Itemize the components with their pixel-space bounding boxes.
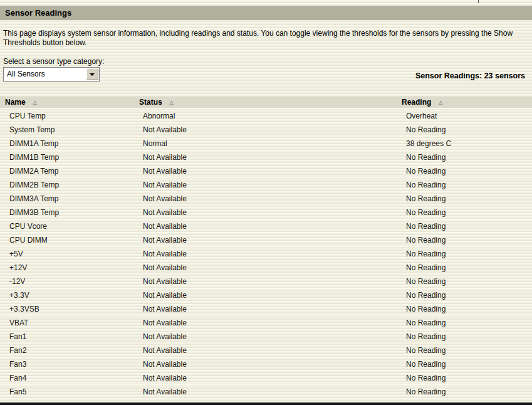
sensor-reading-cell: No Reading bbox=[398, 385, 532, 399]
dropdown-arrow-button[interactable] bbox=[86, 68, 98, 80]
sensor-category-select[interactable]: All Sensors bbox=[3, 67, 100, 82]
sensor-status-cell: Not Available bbox=[135, 150, 398, 164]
sensor-name-cell: DIMM3A Temp bbox=[0, 192, 135, 206]
sensor-status-cell: Not Available bbox=[135, 275, 398, 288]
sensor-count-summary: Sensor Readings: 23 sensors bbox=[415, 71, 525, 80]
sensor-status-cell: Not Available bbox=[135, 164, 398, 178]
sensor-name-cell: Fan3 bbox=[0, 357, 135, 371]
sensor-reading-cell: No Reading bbox=[398, 316, 532, 330]
sensor-name-cell: CPU DIMM bbox=[0, 233, 135, 247]
sensor-status-cell: Not Available bbox=[135, 316, 398, 330]
sensor-reading-cell: No Reading bbox=[398, 247, 532, 261]
sensor-status-cell: Not Available bbox=[135, 123, 398, 137]
sensor-name-cell: DIMM1B Temp bbox=[0, 150, 135, 164]
sensor-name-cell: Fan1 bbox=[0, 330, 135, 344]
sensor-name-cell: +3.3VSB bbox=[0, 302, 135, 316]
sensor-name-cell: DIMM1A Temp bbox=[0, 137, 135, 150]
table-row: CPU DIMM Not Available No Reading bbox=[0, 233, 532, 247]
sensor-name-cell: CPU Vcore bbox=[0, 219, 135, 233]
sensor-status-cell: Not Available bbox=[135, 288, 398, 302]
sensor-table-body: CPU Temp Abnormal Overheat System Temp N… bbox=[0, 108, 532, 405]
sensor-name-cell: Fan4 bbox=[0, 371, 135, 385]
table-row: DIMM2B Temp Not Available No Reading bbox=[0, 178, 532, 192]
table-row: +3.3V Not Available No Reading bbox=[0, 288, 532, 302]
sensor-name-cell: DIMM3B Temp bbox=[0, 206, 135, 219]
sensor-status-cell: Not Available bbox=[135, 357, 398, 371]
sensor-reading-cell: No Reading bbox=[398, 261, 532, 275]
table-row: DIMM1B Temp Not Available No Reading bbox=[0, 150, 532, 164]
sort-icon: △ bbox=[439, 100, 442, 105]
sensor-status-cell: Not Available bbox=[135, 192, 398, 206]
table-row: +3.3VSB Not Available No Reading bbox=[0, 302, 532, 316]
sensor-name-cell: System Temp bbox=[0, 123, 135, 137]
sensor-status-cell: Not Available bbox=[135, 247, 398, 261]
sensor-name-cell: CPU Temp bbox=[0, 108, 135, 123]
table-row: DIMM1A Temp Normal 38 degrees C bbox=[0, 137, 532, 150]
sensor-reading-cell: No Reading bbox=[398, 164, 532, 178]
caret-down-icon bbox=[90, 73, 95, 76]
table-row: System Temp Not Available No Reading bbox=[0, 123, 532, 137]
table-row: Fan3 Not Available No Reading bbox=[0, 357, 532, 371]
sensor-reading-cell: No Reading bbox=[398, 344, 532, 357]
sensor-status-cell: Not Available bbox=[135, 261, 398, 275]
sensor-name-cell: +3.3V bbox=[0, 288, 135, 302]
sensor-reading-cell: No Reading bbox=[398, 288, 532, 302]
column-header-name-label: Name bbox=[5, 98, 26, 107]
table-row: CPU Vcore Not Available No Reading bbox=[0, 219, 532, 233]
sensor-name-cell: +5V bbox=[0, 247, 135, 261]
sensor-status-cell: Not Available bbox=[135, 206, 398, 219]
table-header-row: Name△ Status△ Reading△ bbox=[0, 97, 532, 108]
page-title-bar: Sensor Readings bbox=[0, 6, 532, 20]
table-row: DIMM3A Temp Not Available No Reading bbox=[0, 192, 532, 206]
sensor-category-value: All Sensors bbox=[7, 68, 45, 80]
table-row: DIMM3B Temp Not Available No Reading bbox=[0, 206, 532, 219]
sensor-status-cell: Not Available bbox=[135, 302, 398, 316]
table-row: CPU Temp Abnormal Overheat bbox=[0, 108, 532, 123]
table-row: -12V Not Available No Reading bbox=[0, 275, 532, 288]
column-header-status[interactable]: Status△ bbox=[135, 97, 398, 108]
sensor-reading-cell: No Reading bbox=[398, 357, 532, 371]
table-row: Fan1 Not Available No Reading bbox=[0, 330, 532, 344]
sensor-reading-cell: No Reading bbox=[398, 123, 532, 137]
category-label: Select a sensor type category: bbox=[3, 57, 104, 66]
sensor-name-cell: DIMM2A Temp bbox=[0, 164, 135, 178]
description-text: This page displays system sensor informa… bbox=[3, 29, 531, 48]
sensor-reading-cell: No Reading bbox=[398, 371, 532, 385]
sort-icon: △ bbox=[170, 100, 174, 105]
sensor-status-cell: Not Available bbox=[135, 371, 398, 385]
top-tick-mark bbox=[478, 0, 479, 3]
sensor-reading-cell: No Reading bbox=[398, 178, 532, 192]
sensor-name-cell: Fan5 bbox=[0, 385, 135, 399]
sensor-reading-cell: No Reading bbox=[398, 150, 532, 164]
column-header-name[interactable]: Name△ bbox=[0, 97, 135, 108]
column-header-reading[interactable]: Reading△ bbox=[398, 97, 532, 108]
sensor-status-cell: Not Available bbox=[135, 178, 398, 192]
sensor-reading-cell: 38 degrees C bbox=[398, 137, 532, 150]
sensor-status-cell: Not Available bbox=[135, 233, 398, 247]
sensor-status-cell: Not Available bbox=[135, 330, 398, 344]
sensor-reading-cell: No Reading bbox=[398, 302, 532, 316]
sensor-name-cell: -12V bbox=[0, 275, 135, 288]
description-line-1: This page displays system sensor informa… bbox=[3, 29, 531, 38]
table-row: +5V Not Available No Reading bbox=[0, 247, 532, 261]
sensor-name-cell: DIMM2B Temp bbox=[0, 178, 135, 192]
sort-icon: △ bbox=[33, 100, 37, 105]
table-row: Fan2 Not Available No Reading bbox=[0, 344, 532, 357]
sensor-reading-cell: No Reading bbox=[398, 330, 532, 344]
sensor-reading-cell: No Reading bbox=[398, 275, 532, 288]
sensor-name-cell: Fan2 bbox=[0, 344, 135, 357]
description-line-2: Thresholds button below. bbox=[3, 38, 531, 48]
sensor-status-cell: Not Available bbox=[135, 344, 398, 357]
column-header-reading-label: Reading bbox=[402, 98, 431, 107]
bottom-border-bar bbox=[0, 402, 532, 405]
page-title: Sensor Readings bbox=[0, 6, 532, 19]
page: Sensor Readings This page displays syste… bbox=[0, 0, 532, 405]
table-row: Fan5 Not Available No Reading bbox=[0, 385, 532, 399]
sensor-reading-cell: No Reading bbox=[398, 192, 532, 206]
sensor-reading-cell: No Reading bbox=[398, 233, 532, 247]
sensor-name-cell: +12V bbox=[0, 261, 135, 275]
sensor-name-cell: VBAT bbox=[0, 316, 135, 330]
sensor-reading-cell: Overheat bbox=[398, 108, 532, 123]
table-row: DIMM2A Temp Not Available No Reading bbox=[0, 164, 532, 178]
table-row: +12V Not Available No Reading bbox=[0, 261, 532, 275]
